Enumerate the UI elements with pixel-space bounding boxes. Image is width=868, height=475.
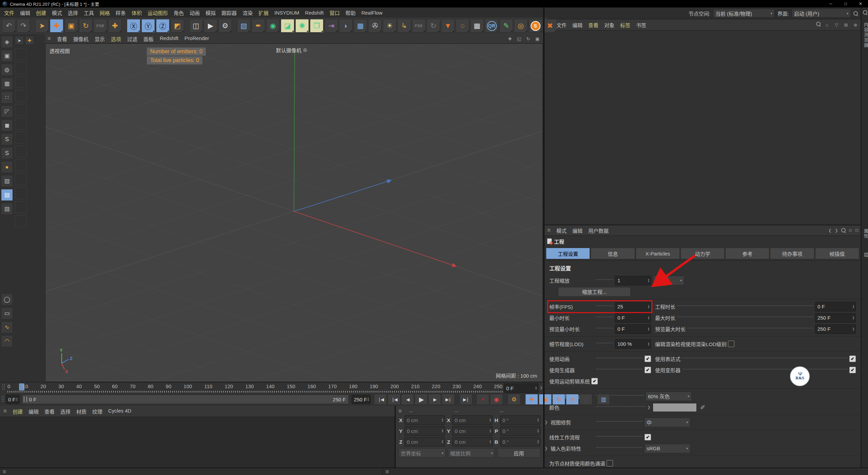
next-key-button[interactable]: ▶❘	[442, 394, 455, 405]
path-icon[interactable]: ⊗	[852, 22, 859, 28]
node-space-dropdown[interactable]: 当前 (标准/物理)	[713, 9, 775, 18]
search-icon[interactable]	[816, 22, 821, 26]
effector-button[interactable]: ✺	[295, 19, 309, 33]
go-to-start-button[interactable]: ❘◀	[374, 394, 387, 405]
scale-mode-dropdown[interactable]: 缩放比例	[448, 448, 495, 458]
panel-menu-icon[interactable]	[547, 227, 551, 234]
xp-slot[interactable]	[15, 104, 27, 116]
spinner-icon[interactable]	[441, 429, 444, 433]
points-mode-button[interactable]: ∷	[1, 92, 13, 103]
menu-item[interactable]: 材质	[76, 408, 86, 415]
close-button[interactable]: ✕	[853, 0, 868, 7]
menu-item[interactable]: 工具	[84, 9, 94, 16]
lock-x-axis-button[interactable]: Ⓧ	[127, 19, 140, 33]
spinner-icon[interactable]	[441, 418, 444, 422]
use-generators-checkbox[interactable]	[645, 367, 651, 373]
spinner-icon[interactable]	[852, 316, 855, 320]
menu-item[interactable]: 模式	[556, 227, 567, 234]
move-tool[interactable]: ✚	[50, 19, 63, 33]
workplane-mode-button[interactable]: ▦	[1, 78, 13, 90]
xp-slot[interactable]	[15, 118, 27, 130]
drag-handle[interactable]	[2, 384, 5, 391]
menu-item[interactable]: 窗口	[330, 9, 340, 16]
filter-icon[interactable]: ▽	[833, 22, 840, 28]
menu-item[interactable]: 帮助	[346, 9, 356, 16]
xp-slot[interactable]	[15, 132, 27, 144]
xp-slot[interactable]	[15, 76, 27, 88]
maximize-button[interactable]: □	[838, 0, 853, 7]
lock-y-axis-button[interactable]: Ⓨ	[141, 19, 155, 33]
xp-explosion-button[interactable]: ✖	[543, 19, 557, 33]
minimize-button[interactable]: ─	[823, 0, 838, 7]
xp-slot[interactable]	[15, 62, 27, 74]
live-selection-circle-button[interactable]: ◯	[1, 293, 13, 305]
xp-field-button[interactable]: ◌	[456, 19, 469, 33]
panel-divider[interactable]	[395, 406, 396, 468]
eyedropper-icon[interactable]: ✐	[700, 404, 705, 411]
add-icon[interactable]: ⊞	[843, 22, 849, 28]
expand-icon[interactable]	[545, 446, 550, 451]
panel-menu-icon[interactable]	[47, 35, 51, 42]
xp-slot[interactable]	[15, 146, 27, 157]
position-input[interactable]: 0 cm	[405, 415, 445, 425]
menu-item[interactable]: 查看	[588, 21, 598, 28]
max-time-input[interactable]: 250 F	[815, 313, 856, 323]
view-rotate-icon[interactable]: ↻	[525, 36, 531, 42]
use-expressions-checkbox[interactable]	[849, 356, 856, 362]
preview-max-input[interactable]: 250 F	[815, 324, 856, 334]
menu-item[interactable]: 渲染	[242, 9, 253, 16]
attribute-tab[interactable]: 工程设置	[546, 248, 590, 259]
size-input[interactable]: 0 cm	[452, 415, 493, 425]
last-psr-button[interactable]: PSR	[412, 19, 426, 33]
texture-mode-button[interactable]: ◍	[1, 64, 13, 76]
lasso-selection-button[interactable]: ∿	[1, 321, 13, 333]
menu-item[interactable]: 书签	[636, 21, 646, 28]
panel-menu-icon[interactable]	[3, 408, 7, 415]
spinner-icon[interactable]	[535, 386, 537, 390]
status-menu-icon[interactable]	[386, 469, 389, 475]
search-icon[interactable]	[841, 228, 846, 232]
last-rotate-button[interactable]: ↻	[427, 19, 440, 33]
deformer-button[interactable]: ◗	[339, 19, 353, 33]
spinner-icon[interactable]	[647, 305, 650, 309]
lod-input[interactable]: 100 %	[615, 339, 651, 349]
workplane-snap-button[interactable]: ▨	[1, 189, 13, 201]
spinner-icon[interactable]	[489, 429, 492, 433]
view-popout-icon[interactable]: ▣	[534, 36, 540, 42]
tab-content-browser[interactable]: 内容浏览器	[863, 22, 868, 48]
attribute-tab[interactable]: 待办事项	[770, 248, 814, 259]
xp-slot[interactable]	[15, 215, 27, 227]
model-mode-button[interactable]: ▣	[1, 50, 13, 62]
search-icon[interactable]	[853, 11, 858, 16]
live-selection-tool[interactable]: ➤	[35, 19, 49, 33]
key-scale-button[interactable]: ▣	[539, 394, 552, 405]
menu-item[interactable]: 查看	[44, 408, 55, 415]
xref-button[interactable]: ↳	[397, 19, 411, 33]
spinner-icon[interactable]	[852, 327, 855, 331]
use-animation-checkbox[interactable]	[645, 356, 651, 362]
axis-tool[interactable]: ✚	[108, 19, 122, 33]
material-list-area[interactable]	[0, 417, 395, 468]
menu-item[interactable]: 角色	[174, 9, 184, 16]
render-settings-button[interactable]: ⚙	[218, 19, 232, 33]
menu-item[interactable]: 创建	[36, 9, 46, 16]
view-maximize-icon[interactable]: ◱	[516, 36, 522, 42]
menu-item[interactable]: 跟踪器	[221, 9, 237, 16]
key-parameter-button[interactable]: Ⓟ	[566, 394, 579, 405]
menu-item[interactable]: 运动图形	[147, 9, 168, 16]
key-rotation-button[interactable]: ↻	[552, 394, 565, 405]
menu-item[interactable]: 模式	[52, 9, 62, 16]
history-back-icon[interactable]: ❮	[828, 228, 832, 233]
color-swatch[interactable]	[653, 403, 697, 412]
solo-animation-button[interactable]: ▥	[597, 394, 610, 405]
menu-item[interactable]: 模拟	[205, 9, 216, 16]
subdivision-surface-button[interactable]: ◉	[266, 19, 280, 33]
menu-item[interactable]: 纹理	[92, 408, 102, 415]
previous-key-button[interactable]: ❘◀	[388, 394, 400, 405]
array-button[interactable]: ▦	[470, 19, 484, 33]
menu-item[interactable]: 显示	[95, 35, 105, 42]
range-start-input[interactable]: 0 F	[6, 395, 19, 404]
drag-handle[interactable]	[1, 396, 4, 403]
menu-item[interactable]: 网格	[100, 9, 110, 16]
menu-item[interactable]: 动画	[190, 9, 200, 16]
